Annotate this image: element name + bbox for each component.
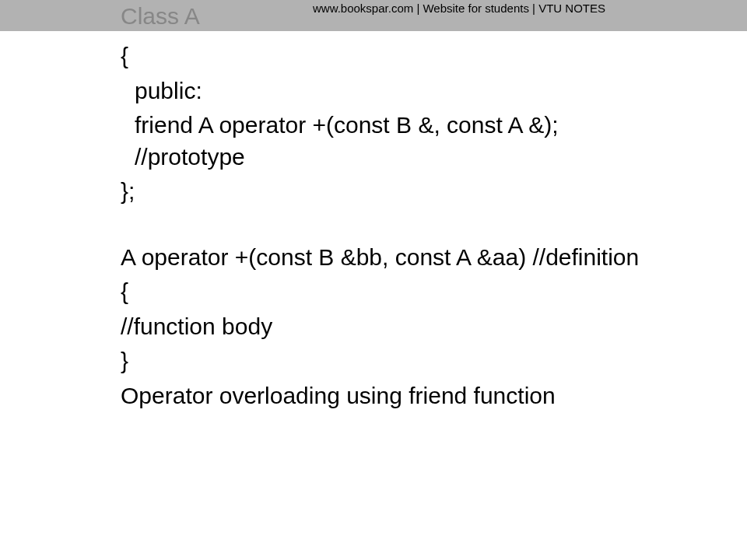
slide-content: { public: friend A operator +(const B &,… (0, 31, 747, 411)
code-line: { (121, 40, 654, 72)
header-site-text: www.bookspar.com | Website for students … (288, 2, 630, 16)
code-line: A operator +(const B &bb, const A &aa) /… (121, 242, 654, 274)
code-line: friend A operator +(const B &, const A &… (121, 110, 654, 173)
code-line: } (121, 345, 654, 377)
code-line: //function body (121, 311, 654, 343)
header-bar: Class A www.bookspar.com | Website for s… (0, 0, 747, 31)
code-line: public: (121, 75, 654, 107)
code-line: { (121, 276, 654, 308)
code-line: }; (121, 176, 654, 208)
slide-title: Class A (121, 3, 200, 30)
code-line: Operator overloading using friend functi… (121, 380, 654, 412)
spacer (121, 211, 654, 242)
